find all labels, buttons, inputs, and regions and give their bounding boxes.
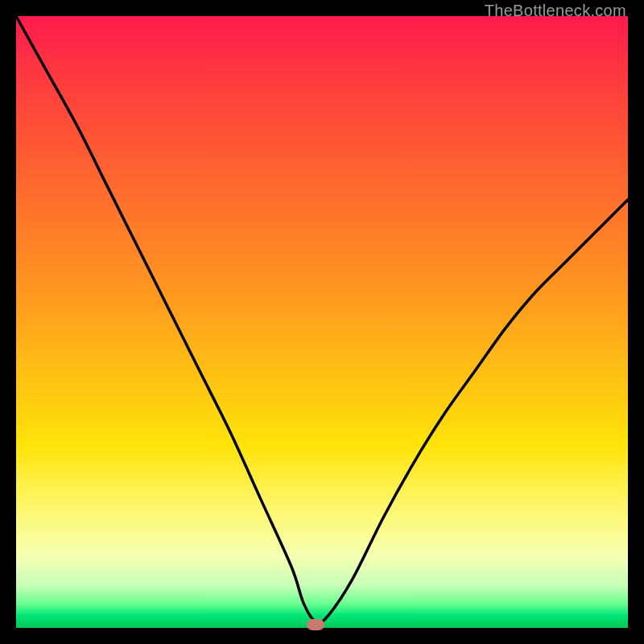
curve-svg [16, 16, 628, 628]
watermark-text: TheBottleneck.com [485, 2, 626, 20]
bottleneck-curve [16, 16, 628, 623]
chart-stage: TheBottleneck.com [0, 0, 644, 644]
optimal-marker [307, 619, 324, 630]
plot-area [16, 16, 628, 628]
